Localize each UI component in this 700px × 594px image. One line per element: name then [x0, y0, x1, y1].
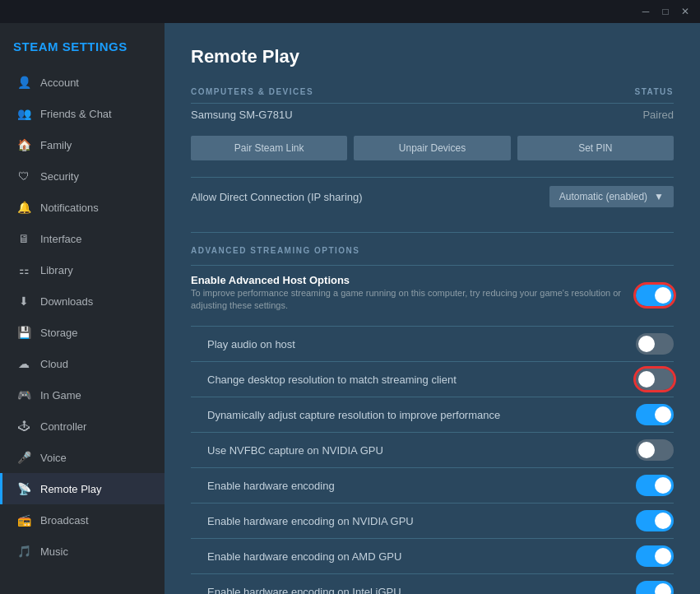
device-buttons: Pair Steam Link Unpair Devices Set PIN	[191, 136, 674, 160]
toggle-row-dynamic_capture: Dynamically adjust capture resolution to…	[191, 397, 674, 432]
toggle-label-enable_advanced: Enable Advanced Host Options	[191, 274, 359, 286]
sidebar-item-label: Cloud	[40, 358, 68, 370]
toggle-row-hw_encoding: Enable hardware encoding	[191, 467, 674, 503]
toggle-switch-nvfbc[interactable]	[636, 439, 674, 461]
account-icon: 👤	[16, 74, 32, 90]
toggle-row-play_audio: Play audio on host	[191, 326, 674, 361]
sidebar-item-label: Storage	[40, 327, 78, 339]
sidebar-item-notifications[interactable]: 🔔 Notifications	[0, 192, 165, 223]
set-pin-button[interactable]: Set PIN	[517, 136, 674, 160]
toggle-switch-hw_encoding[interactable]	[636, 475, 674, 496]
sidebar-item-label: In Game	[40, 389, 81, 401]
toggle-label-hw_encoding_intel: Enable hardware encoding on Intel iGPU	[207, 586, 411, 594]
family-icon: 🏠	[16, 137, 32, 153]
sidebar-item-label: Security	[40, 170, 79, 183]
toggle-label-hw_encoding_amd: Enable hardware encoding on AMD GPU	[207, 550, 411, 563]
voice-icon: 🎤	[16, 449, 32, 466]
devices-header: COMPUTERS & DEVICES STATUS	[191, 87, 674, 96]
sidebar-item-broadcast[interactable]: 📻 Broadcast	[0, 504, 165, 536]
toggle-label-dynamic_capture: Dynamically adjust capture resolution to…	[207, 409, 510, 421]
devices-section-label: COMPUTERS & DEVICES	[191, 87, 313, 96]
toggle-label-change_desktop: Change desktop resolution to match strea…	[207, 374, 466, 386]
sidebar-item-label: Interface	[40, 233, 82, 245]
toggle-row-change_desktop: Change desktop resolution to match strea…	[191, 361, 674, 397]
toggle-switch-hw_encoding_amd[interactable]	[636, 545, 674, 567]
sidebar-item-label: Friends & Chat	[40, 108, 112, 120]
pair-steam-link-button[interactable]: Pair Steam Link	[191, 136, 347, 160]
toggle-row-hw_encoding_amd: Enable hardware encoding on AMD GPU	[191, 538, 674, 573]
toggle-switch-play_audio[interactable]	[636, 333, 674, 355]
sidebar-item-label: Voice	[40, 452, 67, 464]
sidebar-item-label: Music	[40, 545, 68, 558]
unpair-devices-button[interactable]: Unpair Devices	[354, 136, 510, 160]
friends-icon: 👥	[16, 105, 32, 122]
interface-icon: 🖥	[16, 230, 32, 247]
toggle-label-hw_encoding_nvidia: Enable hardware encoding on NVIDIA GPU	[207, 515, 424, 527]
sidebar-item-label: Notifications	[40, 202, 99, 214]
sidebar-item-label: Downloads	[40, 295, 93, 308]
toggle-row-nvfbc: Use NVFBC capture on NVIDIA GPU	[191, 432, 674, 467]
direct-connection-value: Automatic (enabled)	[559, 191, 647, 202]
sidebar-item-storage[interactable]: 💾 Storage	[0, 317, 165, 348]
sidebar-item-label: Controller	[40, 420, 86, 433]
sidebar-item-security[interactable]: 🛡 Security	[0, 160, 165, 192]
advanced-section-label: ADVANCED STREAMING OPTIONS	[191, 232, 674, 255]
direct-connection-dropdown[interactable]: Automatic (enabled) ▼	[549, 186, 674, 207]
sidebar-item-library[interactable]: ⚏ Library	[0, 254, 165, 285]
device-name: Samsung SM-G781U	[191, 109, 293, 121]
toggle-label-nvfbc: Use NVFBC capture on NVIDIA GPU	[207, 444, 393, 457]
sidebar-item-friends[interactable]: 👥 Friends & Chat	[0, 98, 165, 129]
chevron-down-icon: ▼	[654, 191, 664, 202]
toggle-label-hw_encoding: Enable hardware encoding	[207, 480, 345, 492]
toggle-switch-hw_encoding_nvidia[interactable]	[636, 510, 674, 531]
toggle-row-enable_advanced: Enable Advanced Host OptionsTo improve p…	[191, 265, 674, 326]
minimize-button[interactable]: ─	[637, 3, 654, 20]
device-status: Paired	[642, 109, 674, 121]
sidebar-item-family[interactable]: 🏠 Family	[0, 129, 165, 160]
sidebar-item-label: Library	[40, 264, 73, 276]
sidebar-item-controller[interactable]: 🕹 Controller	[0, 411, 165, 442]
close-button[interactable]: ✕	[677, 3, 693, 20]
sidebar-item-ingame[interactable]: 🎮 In Game	[0, 379, 165, 411]
security-icon: 🛡	[16, 168, 32, 184]
toggle-row-hw_encoding_nvidia: Enable hardware encoding on NVIDIA GPU	[191, 503, 674, 538]
sidebar-item-label: Remote Play	[40, 483, 101, 495]
page-title: Remote Play	[191, 46, 674, 67]
sidebar-item-cloud[interactable]: ☁ Cloud	[0, 348, 165, 379]
sidebar-item-label: Broadcast	[40, 514, 89, 527]
toggle-switch-change_desktop[interactable]	[636, 369, 674, 390]
music-icon: 🎵	[16, 543, 32, 559]
notifications-icon: 🔔	[16, 199, 32, 216]
sidebar-item-account[interactable]: 👤 Account	[0, 67, 165, 98]
toggle-switch-enable_advanced[interactable]	[636, 285, 674, 306]
direct-connection-label: Allow Direct Connection (IP sharing)	[191, 191, 363, 203]
main-layout: STEAM SETTINGS 👤 Account 👥 Friends & Cha…	[0, 23, 700, 594]
sidebar-item-remoteplay[interactable]: 📡 Remote Play	[0, 473, 165, 504]
toggle-row-hw_encoding_intel: Enable hardware encoding on Intel iGPU	[191, 573, 674, 594]
library-icon: ⚏	[16, 262, 32, 278]
titlebar: ─ □ ✕	[0, 0, 700, 23]
maximize-button[interactable]: □	[657, 3, 674, 20]
storage-icon: 💾	[16, 324, 32, 341]
toggle-switch-dynamic_capture[interactable]	[636, 404, 674, 425]
downloads-icon: ⬇	[16, 293, 32, 309]
sidebar: STEAM SETTINGS 👤 Account 👥 Friends & Cha…	[0, 23, 165, 594]
toggle-switch-hw_encoding_intel[interactable]	[636, 581, 674, 594]
status-column-label: STATUS	[634, 87, 674, 96]
toggle-description-enable_advanced: To improve performance streaming a game …	[191, 287, 636, 319]
sidebar-item-voice[interactable]: 🎤 Voice	[0, 442, 165, 473]
sidebar-item-label: Family	[40, 139, 72, 151]
advanced-section: ADVANCED STREAMING OPTIONS Enable Advanc…	[191, 232, 674, 594]
sidebar-item-music[interactable]: 🎵 Music	[0, 536, 165, 567]
sidebar-item-downloads[interactable]: ⬇ Downloads	[0, 285, 165, 317]
remoteplay-icon: 📡	[16, 480, 32, 497]
ingame-icon: 🎮	[16, 387, 32, 403]
sidebar-item-label: Account	[40, 77, 79, 89]
direct-connection-row: Allow Direct Connection (IP sharing) Aut…	[191, 177, 674, 216]
sidebar-title: STEAM SETTINGS	[0, 30, 165, 67]
device-row: Samsung SM-G781U Paired	[191, 103, 674, 126]
content-area: Remote Play COMPUTERS & DEVICES STATUS S…	[165, 23, 700, 594]
sidebar-item-interface[interactable]: 🖥 Interface	[0, 223, 165, 254]
controller-icon: 🕹	[16, 418, 32, 434]
toggle-label-play_audio: Play audio on host	[207, 338, 305, 350]
